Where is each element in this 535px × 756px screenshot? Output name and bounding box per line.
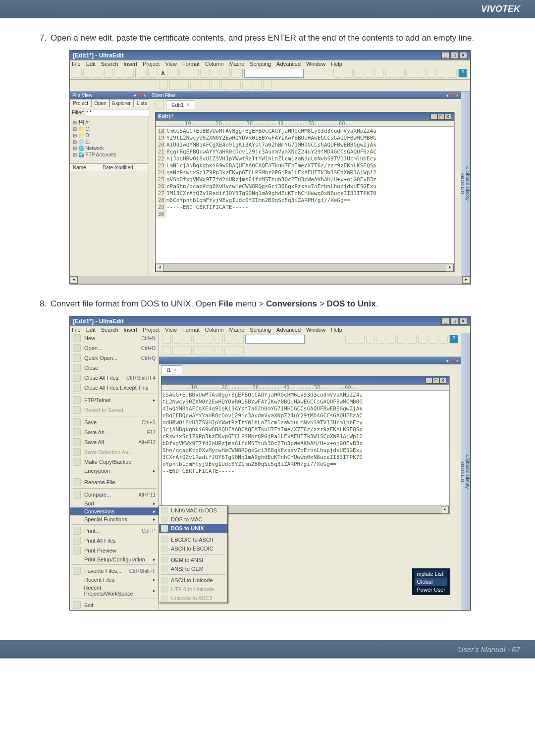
text-editor[interactable]: GSAGG+EUBBvUwMTAvBggrBgEFBQcCARYjaHR0cHM… [161,391,449,476]
tool-icon[interactable] [366,335,375,344]
menu-scripting[interactable]: Scripting [250,61,271,67]
tool-icon[interactable] [376,335,385,344]
tool-icon[interactable] [94,69,103,78]
tool-icon[interactable] [235,346,244,355]
fm-encryption[interactable]: Encryption▸ [70,467,159,475]
menu-format[interactable]: Format [182,61,200,67]
menu-file[interactable]: File [72,327,81,333]
conv-ebcdic2ascii[interactable]: EBCDIC to ASCII [159,535,227,544]
tool-icon[interactable] [397,335,406,344]
close-icon[interactable]: × [459,318,467,325]
conv-ascii2unicode[interactable]: ASCII to Unicode [159,576,227,585]
tool-icon[interactable] [437,69,446,78]
menu-project[interactable]: Project [143,327,160,333]
menu-help[interactable]: Help [331,61,342,67]
fv-tab-project[interactable]: Project [70,99,91,107]
drive-c[interactable]: C: [86,126,91,132]
conv-dos2unix[interactable]: DOS to UNIX [159,524,227,533]
tab-new-icon[interactable] [155,100,164,109]
toolbar-bold-a[interactable]: A [159,69,167,78]
conversions-submenu[interactable]: UNIX/MAC to DOS DOS to MAC DOS to UNIX E… [159,505,228,603]
fm-printall[interactable]: Print All Files [70,536,159,546]
doc-max-icon[interactable]: □ [432,378,439,384]
hscroll-right-icon[interactable]: ▸ [462,276,470,284]
tool-icon[interactable] [221,81,230,90]
menu-column[interactable]: Column [205,327,224,333]
col-date[interactable]: Date modified [103,165,133,170]
tool-icon[interactable] [179,69,188,78]
document-tab[interactable]: t1 × [161,365,182,374]
scroll-right-icon[interactable]: ▸ [446,264,454,272]
tool-icon[interactable] [172,335,181,344]
close-icon[interactable]: × [459,52,467,59]
window-controls[interactable]: _ □ × [441,52,467,59]
tool-icon[interactable] [242,81,251,90]
tool-icon[interactable] [114,69,123,78]
tool-icon[interactable] [162,335,171,344]
col-name[interactable]: Name [73,165,103,170]
tool-icon[interactable] [224,335,233,344]
fm-open[interactable]: Open...Ctrl+O [70,343,159,353]
sidetab-clipboard[interactable]: Clipboard History [465,100,470,268]
scroll-left-icon[interactable]: ◂ [156,264,163,272]
editor-blank-area[interactable] [161,476,449,505]
fm-recentproj[interactable]: Recent Projects/WorkSpace▸ [70,584,159,598]
panel-pin-icon[interactable]: 📌 [137,93,143,98]
tool-icon[interactable] [214,346,223,355]
conv-ansi2oem[interactable]: ANSI to OEM [159,564,227,573]
doc-max-icon[interactable]: □ [437,114,444,120]
fm-saveall[interactable]: Save AllAlt+F12 [70,437,159,447]
menu-bar[interactable]: File Edit Search Insert Project View For… [70,60,470,67]
minimize-icon[interactable]: _ [441,52,449,59]
tool-icon[interactable] [83,69,92,78]
menu-edit[interactable]: Edit [86,61,96,67]
main-toolbar-covered[interactable]: ? [159,333,461,345]
panel-close-icon[interactable]: × [144,93,146,98]
tool-icon[interactable] [104,69,113,78]
tool-icon[interactable] [396,69,405,78]
file-menu-dropdown[interactable]: NewCtrl+N Open...Ctrl+O Quick Open...Ctr… [70,333,159,610]
panel-pin-icon[interactable]: 📌 [450,93,455,98]
conv-unixmac2dos[interactable]: UNIX/MAC to DOS [159,506,227,515]
tool-icon[interactable] [190,81,199,90]
tool-icon[interactable] [231,69,240,78]
hscroll-track[interactable] [78,276,462,284]
tool-icon[interactable] [345,335,354,344]
tool-icon[interactable] [211,81,220,90]
tool-icon[interactable] [232,81,241,90]
menu-file[interactable]: File [72,61,81,67]
fm-printpreview[interactable]: Print Preview [70,546,159,555]
menu-view[interactable]: View [165,61,177,67]
toolbar-combo[interactable] [244,69,304,78]
help-icon[interactable]: ? [449,335,458,344]
tool-icon[interactable] [356,335,365,344]
tool-icon[interactable] [344,69,353,78]
tool-icon[interactable] [193,346,202,355]
fm-ftp[interactable]: FTP/Telnet▸ [70,395,159,405]
sidetab-clipboard[interactable]: Clipboard History [465,341,470,602]
menu-insert[interactable]: Insert [124,327,138,333]
menu-project[interactable]: Project [143,61,160,67]
fm-closeexcept[interactable]: Close All Files Except This [70,383,159,393]
panel-close-icon[interactable]: × [456,93,459,98]
doc-close-icon[interactable]: × [444,114,451,120]
fm-quickopen[interactable]: Quick Open...Ctrl+Q [70,353,159,363]
help-icon[interactable]: ? [458,69,467,78]
menu-scripting[interactable]: Scripting [250,327,271,333]
tool-icon[interactable] [169,81,178,90]
drive-network[interactable]: Network [86,146,104,151]
tool-icon[interactable] [159,81,168,90]
tool-icon[interactable] [428,335,437,344]
template-poweruser[interactable]: Power User [415,586,447,594]
drive-e[interactable]: E: [86,139,90,145]
tool-icon[interactable] [214,335,223,344]
panel-close-icon[interactable]: × [456,358,459,363]
menu-advanced[interactable]: Advanced [276,327,301,333]
tool-icon[interactable] [190,69,199,78]
doc-close-icon[interactable]: × [439,378,446,384]
fv-tab-explorer[interactable]: Explorer [109,99,134,107]
fm-printsetup[interactable]: Print Setup/Configuration▸ [70,555,159,563]
tool-icon[interactable] [418,335,427,344]
menu-advanced[interactable]: Advanced [276,61,301,67]
conv-ascii2ebcdic[interactable]: ASCII to EBCDIC [159,544,227,553]
